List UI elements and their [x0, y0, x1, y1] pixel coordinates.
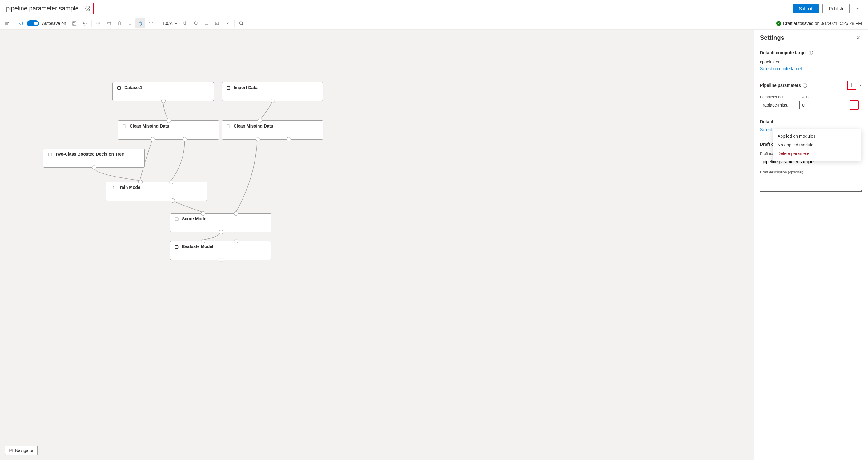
info-icon[interactable]: i	[809, 51, 813, 55]
save-icon[interactable]	[69, 19, 79, 28]
node-label: Clean Missing Data	[130, 123, 169, 128]
input-port[interactable]	[201, 239, 205, 243]
copy-icon[interactable]	[104, 19, 114, 28]
output-port[interactable]	[170, 198, 175, 203]
zoom-level[interactable]: 100%	[160, 21, 180, 26]
train-icon: ▢	[110, 185, 115, 190]
node-clean1[interactable]: ▢Clean Missing Data	[118, 120, 219, 140]
svg-rect-1	[72, 22, 76, 25]
status-text: Draft autosaved on 3/1/2021, 5:26:28 PM	[783, 21, 862, 26]
settings-highlight	[82, 3, 94, 15]
node-label: Evaluate Model	[182, 244, 213, 249]
check-icon: ✓	[776, 21, 781, 26]
input-port[interactable]	[258, 119, 262, 123]
canvas[interactable]: ▢Dataset1 ▢Import Data ▢Clean Missing Da…	[0, 30, 868, 460]
node-clean2[interactable]: ▢Clean Missing Data	[222, 120, 323, 140]
fit-icon[interactable]	[202, 19, 212, 28]
params-title: Pipeline parametersi	[760, 83, 807, 88]
zoom-in-icon[interactable]	[181, 19, 190, 28]
input-port[interactable]	[138, 180, 143, 184]
autosave-toggle[interactable]	[27, 20, 39, 27]
input-port[interactable]	[201, 211, 205, 216]
refresh-icon[interactable]	[16, 19, 26, 28]
select-icon[interactable]	[146, 19, 156, 28]
plus-icon[interactable]	[849, 83, 854, 88]
applied-none: No applied module	[777, 141, 856, 149]
output-port[interactable]	[219, 258, 223, 262]
output-port[interactable]	[183, 137, 187, 141]
input-port[interactable]	[166, 119, 171, 123]
delete-parameter[interactable]: Delete parameter	[777, 149, 856, 158]
node-train[interactable]: ▢Train Model	[105, 182, 207, 201]
svg-rect-2	[108, 23, 111, 25]
score-icon: ▢	[174, 216, 179, 221]
panel-title: Settings	[760, 34, 784, 41]
navigator-button[interactable]: Navigator	[5, 446, 37, 455]
pan-icon[interactable]	[135, 19, 145, 28]
more-icon[interactable]: ⋯	[852, 103, 856, 108]
node-label: Import Data	[234, 85, 258, 90]
param-name-input[interactable]: raplace-miss...	[760, 101, 797, 109]
header-left: pipeline parameter sample	[6, 3, 94, 15]
input-port[interactable]	[234, 239, 238, 243]
compute-title: Default compute targeti	[760, 50, 813, 55]
svg-text:1:1: 1:1	[216, 23, 219, 24]
search-icon[interactable]	[237, 19, 246, 28]
output-port[interactable]	[92, 165, 96, 169]
close-icon[interactable]	[854, 33, 863, 42]
publish-button[interactable]: Publish	[823, 4, 849, 13]
submit-button[interactable]: Submit	[793, 4, 819, 13]
paste-icon[interactable]	[115, 19, 124, 28]
output-port[interactable]	[271, 98, 275, 103]
select-datastore-link[interactable]: Select	[760, 127, 772, 132]
output-port[interactable]	[286, 137, 291, 141]
node-dataset1[interactable]: ▢Dataset1	[112, 82, 214, 101]
draft-desc-input[interactable]	[760, 176, 863, 192]
param-value-input[interactable]: 0	[799, 101, 847, 109]
redo-icon[interactable]	[94, 19, 103, 28]
panel-header: Settings	[754, 30, 868, 46]
node-label: Score Model	[182, 216, 208, 221]
info-icon[interactable]: i	[803, 83, 807, 87]
navigator-label: Navigator	[15, 448, 34, 453]
param-value-label: Value	[801, 95, 810, 99]
svg-rect-8	[205, 22, 208, 25]
compute-section: Default compute targeti cpucluster Selec…	[754, 46, 868, 76]
more-icon[interactable]: ⋯	[853, 4, 862, 13]
output-port[interactable]	[256, 137, 260, 141]
separator	[234, 20, 235, 27]
chevron-down-icon[interactable]	[859, 83, 863, 88]
delete-icon[interactable]	[125, 19, 135, 28]
clean-icon: ▢	[122, 123, 126, 128]
output-port[interactable]	[161, 98, 165, 103]
node-twoclass[interactable]: ▢Two-Class Boosted Decision Tree	[43, 148, 145, 168]
auto-layout-icon[interactable]	[222, 19, 232, 28]
param-row: raplace-miss... 0 ⋯	[760, 100, 863, 110]
chevron-down-icon[interactable]	[859, 50, 863, 55]
separator	[14, 20, 14, 27]
node-label: Train Model	[118, 185, 142, 190]
output-port[interactable]	[219, 230, 223, 234]
input-port[interactable]	[234, 211, 238, 216]
actual-size-icon[interactable]: 1:1	[212, 19, 222, 28]
datastore-title: Defaul	[760, 119, 773, 124]
status: ✓ Draft autosaved on 3/1/2021, 5:26:28 P…	[776, 21, 866, 26]
settings-panel: Settings Default compute targeti cpuclus…	[754, 30, 868, 460]
canvas-wrap: ▢Dataset1 ▢Import Data ▢Clean Missing Da…	[0, 30, 868, 460]
input-port[interactable]	[169, 180, 173, 184]
param-more-highlight: ⋯	[849, 100, 859, 110]
header-bar: pipeline parameter sample Submit Publish…	[0, 0, 868, 17]
gear-icon[interactable]	[84, 4, 92, 13]
compute-value: cpucluster	[760, 59, 863, 64]
node-evaluate[interactable]: ▢Evaluate Model	[170, 241, 272, 260]
node-score[interactable]: ▢Score Model	[170, 213, 272, 232]
svg-rect-12	[9, 449, 12, 452]
pipeline-title: pipeline parameter sample	[6, 5, 79, 12]
library-icon[interactable]	[2, 19, 12, 28]
node-import-data[interactable]: ▢Import Data	[222, 82, 323, 101]
zoom-out-icon[interactable]	[191, 19, 201, 28]
clean-icon: ▢	[226, 123, 230, 128]
output-port[interactable]	[151, 137, 155, 141]
select-compute-link[interactable]: Select compute target	[760, 66, 802, 71]
undo-icon[interactable]	[80, 19, 90, 28]
